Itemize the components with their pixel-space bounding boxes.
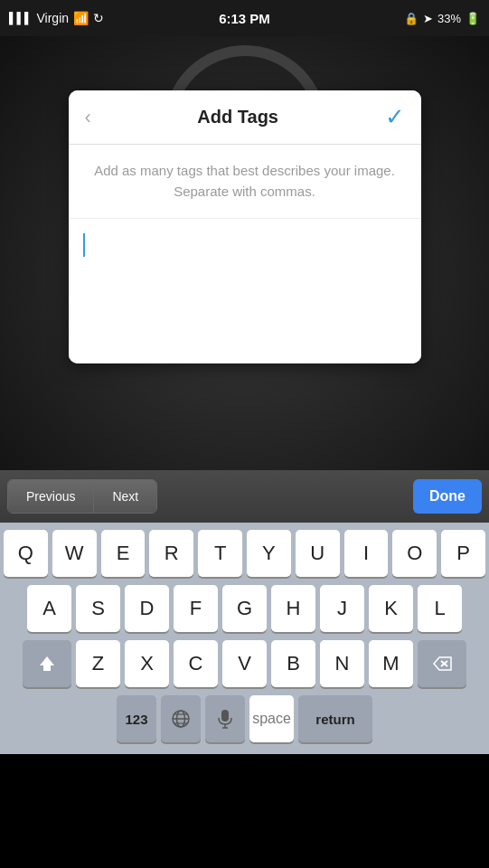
key-a[interactable]: A (27, 585, 71, 632)
key-f[interactable]: F (174, 585, 218, 632)
modal-header: ‹ Add Tags ✓ (69, 90, 421, 145)
mic-icon (217, 709, 233, 729)
sync-icon: ↻ (93, 11, 104, 25)
battery-icon: 🔋 (465, 12, 480, 25)
modal-title: Add Tags (197, 107, 278, 127)
key-t[interactable]: T (198, 530, 242, 577)
keyboard-toolbar: Previous Next Done (0, 470, 489, 523)
status-bar: ▌▌▌ Virgin 📶 ↻ 6:13 PM 🔒 ➤ 33% 🔋 (0, 0, 489, 36)
key-o[interactable]: O (392, 530, 437, 577)
key-q[interactable]: Q (4, 530, 48, 577)
key-g[interactable]: G (222, 585, 267, 632)
key-d[interactable]: D (125, 585, 169, 632)
key-m[interactable]: M (369, 640, 413, 687)
key-row-1: Q W E R T Y U I O P (4, 530, 485, 577)
status-right: 🔒 ➤ 33% 🔋 (404, 12, 480, 25)
modal-description: Add as many tags that best describes you… (69, 145, 421, 219)
key-h[interactable]: H (271, 585, 315, 632)
key-u[interactable]: U (296, 530, 340, 577)
key-x[interactable]: X (125, 640, 169, 687)
delete-key[interactable] (418, 640, 466, 687)
key-p[interactable]: P (441, 530, 485, 577)
mic-key[interactable] (205, 695, 245, 742)
key-n[interactable]: N (320, 640, 364, 687)
key-row-3: Z X C V B N M (4, 640, 485, 687)
globe-key[interactable] (161, 695, 201, 742)
carrier-label: Virgin (37, 11, 70, 25)
key-v[interactable]: V (222, 640, 267, 687)
lock-icon: 🔒 (404, 12, 418, 25)
done-button[interactable]: Done (413, 479, 482, 514)
svg-rect-8 (221, 710, 229, 722)
key-row-4: 123 space return (4, 695, 485, 742)
text-cursor (83, 233, 85, 257)
key-y[interactable]: Y (247, 530, 291, 577)
key-j[interactable]: J (320, 585, 364, 632)
key-b[interactable]: B (271, 640, 315, 687)
confirm-button[interactable]: ✓ (385, 103, 405, 131)
key-l[interactable]: L (418, 585, 462, 632)
back-button[interactable]: ‹ (85, 106, 91, 129)
keyboard: Q W E R T Y U I O P A S D F G H J K L Z … (0, 523, 489, 754)
key-e[interactable]: E (101, 530, 146, 577)
add-tags-modal: ‹ Add Tags ✓ Add as many tags that best … (69, 90, 421, 363)
status-time: 6:13 PM (219, 11, 270, 26)
shift-key[interactable] (23, 640, 71, 687)
key-k[interactable]: K (369, 585, 413, 632)
delete-icon (432, 656, 452, 671)
return-key[interactable]: return (298, 695, 372, 742)
battery-label: 33% (437, 12, 461, 25)
prev-next-group: Previous Next (7, 479, 157, 514)
background-image: ‹ Add Tags ✓ Add as many tags that best … (0, 36, 489, 506)
status-left: ▌▌▌ Virgin 📶 ↻ (9, 11, 104, 25)
key-row-2: A S D F G H J K L (4, 585, 485, 632)
signal-icon: ▌▌▌ (9, 12, 33, 24)
numbers-key[interactable]: 123 (117, 695, 156, 742)
next-button[interactable]: Next (94, 480, 156, 513)
key-w[interactable]: W (52, 530, 97, 577)
key-i[interactable]: I (344, 530, 389, 577)
location-icon: ➤ (423, 12, 433, 25)
key-c[interactable]: C (174, 640, 218, 687)
previous-button[interactable]: Previous (8, 480, 94, 513)
globe-icon (171, 709, 191, 729)
key-z[interactable]: Z (76, 640, 120, 687)
key-r[interactable]: R (149, 530, 193, 577)
wifi-icon: 📶 (73, 11, 89, 25)
tags-input-area[interactable] (69, 219, 421, 363)
shift-icon (38, 655, 56, 673)
space-key[interactable]: space (249, 695, 294, 742)
svg-marker-0 (40, 656, 54, 671)
key-s[interactable]: S (76, 585, 120, 632)
